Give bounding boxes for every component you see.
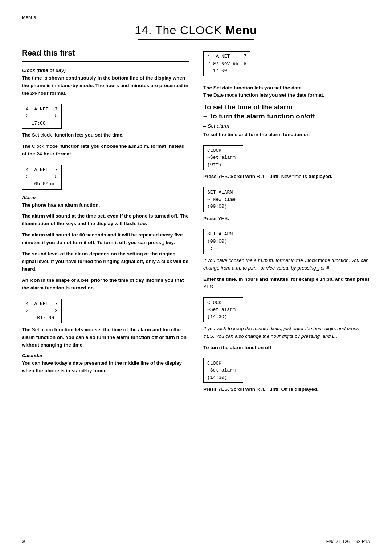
alarm-para2: The alarm will sound at the time set, ev…	[22, 212, 189, 228]
press-yes-3: Press YES. Scroll with R /L until Off is…	[203, 386, 370, 393]
title-prefix: 14. The CLOCK	[135, 24, 225, 37]
d3-line3: B17:00	[26, 315, 58, 322]
dtr-line2-left: 2 07-Nov-95	[207, 60, 238, 68]
dc1-l2: ~Set alarm	[207, 154, 239, 161]
italic-para-minute: If you wish to keep the minute digits, j…	[203, 325, 370, 340]
d1-line1-right: 7	[55, 106, 58, 113]
breadcrumb: Menus	[22, 15, 370, 20]
title-bold: Menu	[225, 24, 257, 37]
press-yes-1: Press YES. Scroll with R /L until New ti…	[203, 173, 370, 181]
dc2-l1: CLOCK	[207, 299, 239, 307]
title-underline	[138, 39, 254, 40]
display-box-2: 4 A NET 7 2 8 05:00pm	[22, 165, 62, 190]
dtr-line2-right: 8	[244, 60, 246, 68]
display-box-top-right: 4 A NET 7 2 07-Nov-95 8 17:00	[203, 51, 250, 76]
d1-line2-left: 2	[26, 113, 29, 120]
dc1-l3: (Off)	[207, 161, 239, 169]
calendar-section-label: Calendar	[22, 353, 189, 358]
dc3-l1: CLOCK	[207, 360, 239, 367]
display-clock-3: CLOCK ~Set alarm (14:30)	[203, 358, 243, 383]
footer: 30 EN/LZT 126 1298 R1A	[22, 539, 370, 544]
dc3-l2: ~Set alarm	[207, 367, 239, 374]
dsa2-l3: _:--	[207, 245, 239, 252]
dtr-line1-right: 7	[244, 53, 246, 60]
display-box-1: 4 A NET 7 2 8 17:00	[22, 104, 62, 129]
content-columns: Read this first Clock (time of day) The …	[22, 48, 370, 397]
press-yes-2: Press YES.	[203, 215, 370, 223]
display-clock-2: CLOCK ~Set alarm (14:3O)	[203, 297, 243, 323]
d1-line1-left: 4 A NET	[26, 106, 48, 113]
italic-para-ampm: If you have chosen the a.m./p.m. format …	[203, 257, 370, 272]
clock-para2: The Set clock function lets you set the …	[22, 131, 189, 139]
right-column: 4 A NET 7 2 07-Nov-95 8 17:00 The Set da…	[203, 48, 370, 397]
alarm-para3: The alarm will sound for 60 seconds and …	[22, 231, 189, 247]
dsa2-l1: SET ALARM	[207, 231, 239, 238]
dc3-l3: (14:30)	[207, 374, 239, 381]
set-alarm-subheading: – Set alarm	[203, 123, 370, 129]
d2-line2-right: 8	[55, 174, 58, 181]
alarm-para5: An icon in the shape of a bell prior to …	[22, 277, 189, 292]
turn-off-title: To turn the alarm function off	[203, 344, 370, 352]
dc2-l2: ~Set alarm	[207, 306, 239, 313]
display-setalarm-1: SET ALARM ~ New time (00:00)	[203, 187, 243, 212]
display-box-3: 4 A NET 7 2 8 B17:00	[22, 299, 62, 324]
calendar-para1: You can have today's date presented in t…	[22, 360, 189, 375]
dsa1-l2: ~ New time	[207, 196, 239, 203]
d2-line1-left: 4 A NET	[26, 166, 48, 174]
page: Menus 14. The CLOCK Menu Read this first…	[0, 0, 392, 555]
enter-time-para: Enter the time, in hours and minutes, fo…	[203, 276, 370, 291]
setdate-para: The Set date function lets you set the d…	[203, 84, 370, 100]
footer-doc-code: EN/LZT 126 1298 R1A	[326, 539, 370, 544]
section-title-read-first: Read this first	[22, 48, 189, 58]
page-title: 14. The CLOCK Menu	[22, 24, 370, 37]
dtr-line3: 17:00	[207, 67, 246, 74]
alarm-para4: The sound level of the alarm depends on …	[22, 250, 189, 273]
d3-line2-left: 2	[26, 307, 29, 315]
dc1-l1: CLOCK	[207, 147, 239, 154]
display-clock-1: CLOCK ~Set alarm (Off)	[203, 145, 243, 170]
d2-line1-right: 7	[55, 166, 58, 174]
subsection-label-clock: Clock (time of day)	[22, 68, 189, 73]
alarm-section-label: Alarm	[22, 195, 189, 200]
top-right-display-area: 4 A NET 7 2 07-Nov-95 8 17:00	[203, 48, 370, 79]
display-setalarm-2: SET ALARM (00:00) _:--	[203, 229, 243, 254]
dc2-l3: (14:3O)	[207, 313, 239, 321]
dsa1-l3: (00:00)	[207, 203, 239, 210]
dsa1-l1: SET ALARM	[207, 189, 239, 196]
clock-para1: The time is shown continuously in the bo…	[22, 74, 189, 97]
alarm-main-heading: To set the time of the alarm – To turn t…	[203, 103, 370, 121]
dtr-line1-left: 4 A NET	[207, 53, 230, 60]
clock-para3: The Clock mode function lets you choose …	[22, 143, 189, 158]
d3-line1-left: 4 A NET	[26, 300, 48, 308]
footer-page-number: 30	[22, 539, 26, 544]
page-title-area: 14. The CLOCK Menu	[22, 24, 370, 40]
d2-line3: 05:00pm	[26, 181, 58, 188]
set-time-para: To set the time and turn the alarm funct…	[203, 131, 370, 139]
alarm-para1: The phone has an alarm function,	[22, 202, 189, 209]
left-column: Read this first Clock (time of day) The …	[22, 48, 189, 378]
d3-line2-right: 8	[55, 307, 58, 315]
d1-line3: 17:00	[26, 120, 58, 127]
d1-line2-right: 8	[55, 113, 58, 120]
section-title-divider	[22, 61, 189, 62]
dsa2-l2: (00:00)	[207, 238, 239, 245]
d3-line1-right: 7	[55, 300, 58, 308]
alarm-para6: The Set alarm function lets you set the …	[22, 326, 189, 349]
d2-line2-left: 2	[26, 174, 29, 181]
